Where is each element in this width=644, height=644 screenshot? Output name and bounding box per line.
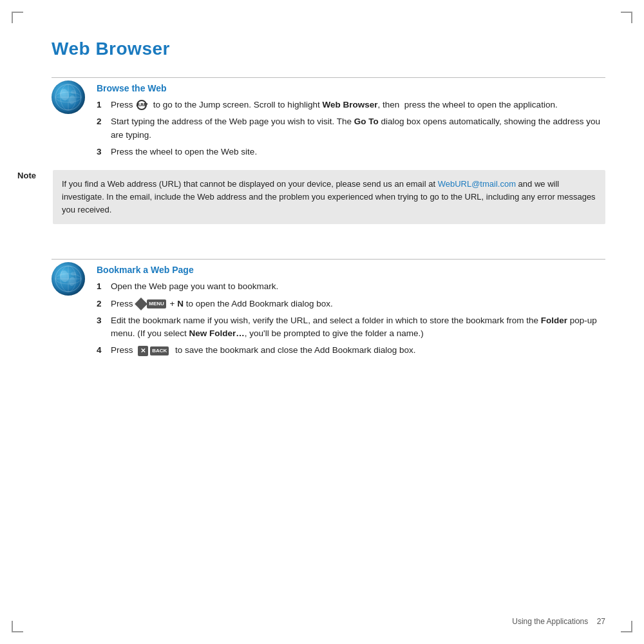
bookmark-step-1: 1 Open the Web page you want to bookmark…: [97, 280, 605, 293]
section-bookmark-content: Bookmark a Web Page 1 Open the Web page …: [97, 265, 605, 361]
note-label: Note: [6, 171, 43, 180]
note-text: If you find a Web address (URL) that can…: [62, 178, 596, 216]
globe-icon: [52, 80, 85, 114]
browse-step-2: 2 Start typing the address of the Web pa…: [97, 115, 605, 142]
browse-step-1: 1 Press JUMP to go to the Jump screen. S…: [97, 99, 605, 111]
bookmark-title: Bookmark a Web Page: [97, 265, 605, 275]
bookmark-steps: 1 Open the Web page you want to bookmark…: [97, 280, 605, 357]
back-icon: ✕: [138, 346, 148, 356]
browse-steps: 1 Press JUMP to go to the Jump screen. S…: [97, 99, 605, 158]
page-footer: Using the Applications 27: [512, 617, 605, 626]
email-link[interactable]: WebURL@tmail.com: [438, 179, 516, 189]
jump-icon: JUMP: [137, 100, 147, 110]
corner-mark-tr: [621, 12, 632, 23]
page-content: Web Browser Browse the: [52, 39, 605, 605]
corner-mark-bl: [12, 621, 23, 632]
bookmark-step-3: 3 Edit the bookmark name if you wish, ve…: [97, 314, 605, 341]
n-key: N: [177, 298, 184, 310]
browse-title: Browse the Web: [97, 83, 605, 93]
menu-diamond-icon: [135, 298, 147, 310]
note-box: If you find a Web address (URL) that can…: [53, 170, 605, 224]
note-container: Note If you find a Web address (URL) tha…: [52, 170, 605, 240]
footer-text: Using the Applications: [512, 617, 588, 626]
corner-mark-tl: [12, 12, 23, 23]
globe-icon-2: [52, 262, 85, 296]
page-title: Web Browser: [52, 39, 605, 59]
section-browse-content: Browse the Web 1 Press JUMP to go to the…: [97, 83, 605, 162]
bookmark-step-4: 4 Press ✕ BACK to save the bookmark and …: [97, 344, 605, 357]
bookmark-step-2: 2 Press MENU + N to open the Add Bookmar…: [97, 298, 605, 310]
page-number: 27: [597, 617, 605, 626]
section-bookmark-header: Bookmark a Web Page 1 Open the Web page …: [52, 259, 605, 361]
menu-label: MENU: [147, 299, 166, 308]
section-bookmark: Bookmark a Web Page 1 Open the Web page …: [52, 259, 605, 361]
back-label: BACK: [150, 346, 169, 355]
corner-mark-br: [621, 621, 632, 632]
browse-step-3: 3 Press the wheel to open the Web site.: [97, 146, 605, 158]
section-browse-header: Browse the Web 1 Press JUMP to go to the…: [52, 77, 605, 162]
section-browse: Browse the Web 1 Press JUMP to go to the…: [52, 77, 605, 240]
